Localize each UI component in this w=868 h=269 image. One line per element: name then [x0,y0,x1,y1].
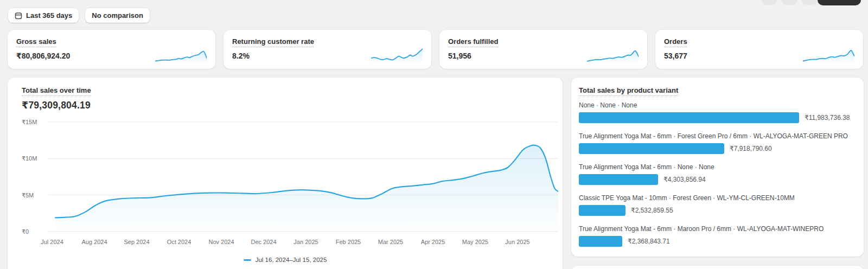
y-axis-label: ₹5M [22,192,34,199]
comparison-label: No comparison [92,11,143,20]
x-axis: Jul 2024Aug 2024Sep 2024Oct 2024Nov 2024… [48,239,558,246]
x-axis-label: Jul 2024 [41,239,63,245]
variant-label: True Alignment Yoga Mat - 6mm · None · N… [579,163,856,171]
x-axis-label: Dec 2024 [251,239,276,245]
x-axis-label: Mar 2025 [378,239,403,245]
metric-card[interactable]: Returning customer rate 8.2% [224,30,431,69]
x-axis-label: May 2025 [462,239,488,245]
x-axis-label: Nov 2024 [208,239,234,245]
variant-row: True Alignment Yoga Mat - 6mm · Maroon P… [579,225,856,247]
variant-value: ₹2,532,859.55 [631,207,673,214]
variant-label: None · None · None [579,101,856,109]
next-card-partial [571,266,864,269]
x-axis-label: Apr 2025 [421,239,445,245]
calendar-icon [15,12,22,20]
sales-area-chart[interactable] [48,119,558,234]
metric-sparkline [371,47,423,63]
metric-label: Orders fulfilled [448,37,498,47]
metric-sparkline [803,47,854,63]
y-axis-label: ₹0 [22,228,29,235]
comparison-button[interactable]: No comparison [85,8,150,23]
legend-dash-icon [244,259,251,261]
variant-value: ₹4,303,856.94 [663,176,706,183]
variant-value: ₹7,918,790.60 [730,145,772,152]
date-range-label: Last 365 days [26,11,72,20]
variant-label: True Alignment Yoga Mat - 6mm · Forest G… [579,132,856,140]
toolbar-partial-button-3[interactable] [802,0,817,5]
variant-row: True Alignment Yoga Mat - 6mm · Forest G… [579,132,856,154]
toolbar-partial-button-2[interactable] [782,0,797,5]
variant-label: Classic TPE Yoga Mat - 10mm · Forest Gre… [579,194,856,202]
total-sales-card: Total sales over time ₹79,309,804.19 ₹15… [8,78,563,269]
metric-sparkline [155,47,207,63]
metric-value: 51,956 [448,52,471,60]
metric-sparkline [587,47,639,63]
chart-legend: Jul 16, 2024–Jul 15, 2025 [8,257,563,263]
variant-bar[interactable] [579,236,622,247]
legend-label: Jul 16, 2024–Jul 15, 2025 [256,257,327,263]
variant-bar-chart: None · None · None ₹11,983,736.38 True A… [579,101,856,256]
metric-label: Orders [664,37,687,47]
x-axis-label: Sep 2024 [124,239,149,245]
y-axis-label: ₹15M [22,119,37,126]
variant-bar[interactable] [579,112,799,123]
x-axis-label: Jan 2025 [293,239,318,245]
variant-chart-title[interactable]: Total sales by product variant [579,86,678,96]
variant-row: None · None · None ₹11,983,736.38 [579,101,856,123]
toolbar-partial-button-1[interactable] [762,0,777,5]
variant-value: ₹2,368,843.71 [628,238,670,245]
date-range-button[interactable]: Last 365 days [8,8,79,23]
sales-by-variant-card: Total sales by product variant None · No… [571,78,864,257]
variant-bar[interactable] [579,143,724,154]
metric-label: Returning customer rate [232,37,314,47]
variant-label: True Alignment Yoga Mat - 6mm · Maroon P… [579,225,856,233]
chart-total-value: ₹79,309,804.19 [22,100,91,111]
variant-bar[interactable] [579,174,658,185]
metric-card[interactable]: Gross sales ₹80,806,924.20 [8,30,215,69]
variant-row: Classic TPE Yoga Mat - 10mm · Forest Gre… [579,194,856,216]
metric-value: ₹80,806,924.20 [16,52,70,60]
variant-value: ₹11,983,736.38 [805,114,850,121]
variant-bar[interactable] [579,205,626,216]
metric-card[interactable]: Orders 53,677 [655,30,863,69]
metric-value: 8.2% [232,52,250,60]
metric-label: Gross sales [16,37,56,47]
x-axis-label: Oct 2024 [167,239,192,245]
metric-value: 53,677 [664,52,687,60]
filter-bar: Last 365 days No comparison [8,8,150,23]
metric-card[interactable]: Orders fulfilled 51,956 [439,30,647,69]
x-axis-label: Jun 2025 [505,239,529,245]
toolbar-partial-dark-button[interactable] [818,0,861,5]
x-axis-label: Feb 2025 [336,239,361,245]
variant-row: True Alignment Yoga Mat - 6mm · None · N… [579,163,856,185]
x-axis-label: Aug 2024 [81,239,107,245]
metric-cards-row: Gross sales ₹80,806,924.20 Returning cus… [8,30,863,69]
chart-title[interactable]: Total sales over time [22,86,91,96]
y-axis-label: ₹10M [22,155,37,162]
